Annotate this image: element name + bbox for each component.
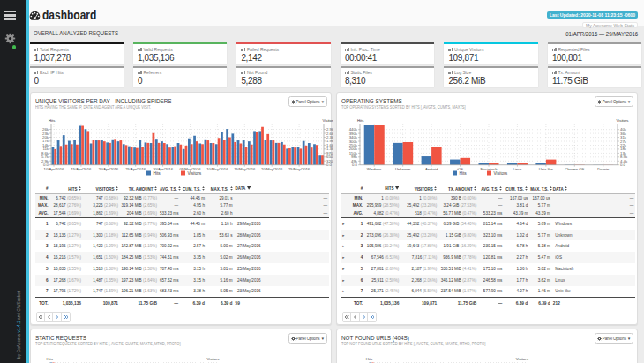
- svg-text:22k: 22k: [620, 143, 627, 147]
- svg-text:20/Apr/2016: 20/Apr/2016: [98, 167, 118, 171]
- svg-text:Visitors: Visitors: [322, 118, 333, 123]
- svg-text:27k: 27k: [620, 140, 627, 144]
- svg-text:23k: 23k: [42, 132, 49, 136]
- svg-text:1.3k: 1.3k: [326, 147, 333, 151]
- svg-text:Windows: Windows: [366, 167, 381, 171]
- svg-text:25/Apr/2016: 25/Apr/2016: [125, 167, 146, 171]
- svg-text:1.6k: 1.6k: [326, 143, 333, 147]
- svg-text:0.0: 0.0: [352, 163, 358, 167]
- svg-text:13k: 13k: [620, 151, 627, 155]
- svg-text:15/Apr/2016: 15/Apr/2016: [71, 167, 91, 171]
- svg-text:390k: 390k: [348, 132, 357, 136]
- svg-text:2.9k: 2.9k: [326, 127, 333, 132]
- svg-text:8.6k: 8.6k: [41, 151, 49, 155]
- svg-text:20/May/2016: 20/May/2016: [261, 167, 283, 171]
- svg-text:Hits: Hits: [357, 118, 363, 123]
- svg-text:650: 650: [326, 155, 333, 159]
- svg-text:300k: 300k: [348, 140, 357, 144]
- svg-text:26k: 26k: [42, 127, 49, 132]
- svg-text:1.9k: 1.9k: [326, 139, 333, 143]
- svg-text:17k: 17k: [42, 139, 49, 143]
- svg-text:31k: 31k: [620, 135, 627, 140]
- svg-text:440k: 440k: [348, 127, 357, 132]
- svg-text:Hits: Hits: [459, 171, 467, 176]
- svg-text:Visitors: Visitors: [187, 171, 201, 176]
- svg-text:2.6k: 2.6k: [326, 132, 333, 136]
- svg-text:Hits: Hits: [49, 118, 55, 123]
- svg-text:40k: 40k: [620, 127, 627, 132]
- svg-text:2.3k: 2.3k: [326, 135, 333, 140]
- svg-text:0.0: 0.0: [620, 163, 626, 167]
- svg-text:14k: 14k: [42, 143, 49, 147]
- svg-text:98k: 98k: [351, 155, 358, 159]
- svg-text:10/May/2016: 10/May/2016: [206, 167, 228, 171]
- svg-text:150k: 150k: [348, 151, 357, 155]
- svg-text:5.7k: 5.7k: [41, 155, 49, 159]
- svg-text:18k: 18k: [620, 147, 627, 151]
- svg-text:20k: 20k: [42, 135, 49, 140]
- svg-text:4.4k: 4.4k: [620, 159, 628, 163]
- svg-text:970: 970: [326, 151, 333, 155]
- svg-text:2.9k: 2.9k: [41, 159, 49, 163]
- svg-text:15/May/2016: 15/May/2016: [234, 167, 256, 171]
- svg-text:36k: 36k: [620, 132, 627, 136]
- svg-text:0.0: 0.0: [326, 163, 333, 167]
- svg-text:25/May/2016: 25/May/2016: [288, 167, 310, 171]
- svg-text:Unknown: Unknown: [395, 167, 411, 171]
- svg-text:320: 320: [326, 159, 333, 163]
- svg-text:340k: 340k: [348, 135, 357, 140]
- svg-text:Linux: Linux: [513, 167, 522, 171]
- svg-text:8.9k: 8.9k: [620, 155, 628, 159]
- svg-text:11k: 11k: [42, 147, 49, 151]
- svg-text:Chrome OS: Chrome OS: [565, 167, 584, 171]
- svg-text:Visitors: Visitors: [493, 171, 507, 176]
- svg-text:250k: 250k: [348, 143, 357, 147]
- svg-text:Darwin: Darwin: [597, 167, 610, 171]
- svg-text:Unix-like: Unix-like: [539, 167, 554, 171]
- svg-text:10/Apr/2016: 10/Apr/2016: [43, 167, 64, 171]
- svg-text:Android: Android: [425, 167, 438, 171]
- svg-text:49k: 49k: [351, 159, 358, 163]
- svg-text:Visitors: Visitors: [616, 118, 628, 123]
- svg-text:Hits: Hits: [153, 171, 161, 176]
- svg-text:200k: 200k: [348, 147, 357, 151]
